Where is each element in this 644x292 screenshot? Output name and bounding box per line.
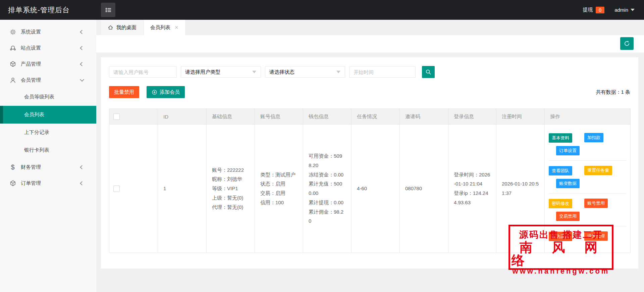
row-checkbox[interactable] (113, 186, 120, 192)
view-team-button[interactable]: 查看团队 (549, 166, 572, 175)
set-official-button[interactable]: 设为正式 (549, 232, 572, 241)
menu-toggle-button[interactable] (101, 3, 115, 17)
status-select-value: 请选择状态 (269, 69, 294, 75)
divider (549, 160, 626, 161)
start-time-input[interactable] (349, 66, 416, 78)
wallet-available: 可用资金：5098.20 (309, 151, 346, 170)
basic-account: 账号：222222 (212, 165, 249, 175)
balance-changes-button[interactable]: 账变数据 (556, 179, 580, 188)
sidebar-item-system-settings[interactable]: 系统设置 (0, 24, 96, 40)
column-header-id: ID (158, 109, 207, 125)
table-row: 1 账号：222222 昵称：刘德华 等级：VIP1 上级：暂无(0) 代理：暂… (109, 125, 631, 253)
wallet-total-commission: 累计佣金：98.20 (309, 207, 346, 226)
add-deduct-button[interactable]: 加扣款 (584, 133, 603, 142)
user-icon (9, 77, 17, 84)
chevron-down-icon (631, 9, 635, 11)
tab-member-list[interactable]: 会员列表 × (144, 20, 185, 35)
column-header-basic-info: 基础信息 (207, 109, 255, 125)
main-content: 我的桌面 会员列表 × 请选择用户类型 请选择状态 (96, 20, 644, 292)
disable-trade-button[interactable]: 交易禁用 (556, 212, 580, 221)
top-header: 排单系统-管理后台 提现 0 admin (0, 0, 644, 20)
cell-wallet-info: 可用资金：5098.20 冻结资金：0.00 累计充值：5000.00 累计提现… (303, 125, 352, 253)
site-icon (9, 45, 17, 52)
change-password-button[interactable]: 密码修改 (549, 199, 572, 208)
batch-disable-button[interactable]: 批量禁用 (109, 86, 139, 98)
divider (549, 226, 626, 226)
search-button[interactable] (422, 66, 435, 78)
chevron-left-icon (80, 165, 84, 169)
withdraw-label: 提现 (583, 7, 593, 13)
account-credit: 信用：100 (260, 198, 298, 207)
hamburger-icon (105, 6, 112, 14)
sidebar-item-label: 系统设置 (21, 29, 41, 35)
close-icon[interactable]: × (175, 24, 178, 31)
plus-circle-icon (152, 89, 157, 95)
wallet-total-recharge: 累计充值：5000.00 (309, 179, 346, 198)
select-all-checkbox[interactable] (113, 114, 120, 120)
cell-invite-code: 080780 (400, 125, 448, 253)
sidebar-item-finance-management[interactable]: $ 财务管理 (0, 159, 96, 175)
tab-my-desktop[interactable]: 我的桌面 (101, 20, 144, 35)
sidebar-item-label: 产品管理 (21, 61, 41, 67)
table-header-row: ID 基础信息 账号信息 钱包信息 任务情况 邀请码 登录信息 注册时间 操作 (109, 109, 631, 125)
sidebar-item-bank-card-list[interactable]: 银行卡列表 (0, 141, 96, 159)
cell-account-info: 类型：测试用户 状态：启用 交易：启用 信用：100 (255, 125, 303, 253)
column-header-task-status: 任务情况 (352, 109, 400, 125)
cell-id: 1 (158, 125, 207, 253)
account-search-input[interactable] (109, 66, 177, 78)
sidebar-item-label: 会员管理 (21, 77, 41, 83)
tab-label: 会员列表 (150, 24, 170, 31)
user-type-select[interactable]: 请选择用户类型 (181, 66, 261, 78)
gear-icon (9, 28, 17, 35)
account-trade: 交易：启用 (260, 189, 298, 198)
sidebar: 系统设置 站点设置 产品管理 会员 (0, 20, 96, 292)
search-icon (425, 69, 432, 75)
user-menu[interactable]: admin (614, 7, 635, 13)
column-header-wallet-info: 钱包信息 (303, 109, 352, 125)
set-agent-button[interactable]: 设为代理 (584, 231, 608, 241)
user-type-select-value: 请选择用户类型 (185, 69, 220, 75)
status-select[interactable]: 请选择状态 (265, 66, 345, 78)
member-list-panel: 请选择用户类型 请选择状态 批量禁用 添加会员 (101, 57, 638, 269)
filter-row: 请选择用户类型 请选择状态 (109, 66, 630, 78)
chevron-left-icon (80, 62, 84, 66)
toolbar-row: 批量禁用 添加会员 共有数据：1 条 (109, 86, 630, 98)
chevron-down-icon (252, 71, 256, 73)
sidebar-item-label: 订单管理 (21, 180, 41, 187)
column-header-register-time: 注册时间 (496, 109, 545, 125)
sidebar-item-order-management[interactable]: 订单管理 (0, 175, 96, 191)
login-time: 登录时间：2026-01-10 21:04 (454, 170, 491, 189)
cell-basic-info: 账号：222222 昵称：刘德华 等级：VIP1 上级：暂无(0) 代理：暂无(… (207, 125, 255, 253)
toolstrip (96, 35, 644, 53)
basic-parent: 上级：暂无(0) (212, 193, 249, 203)
sidebar-item-updown-records[interactable]: 上下分记录 (0, 124, 96, 141)
disable-account-button[interactable]: 账号禁用 (584, 199, 608, 208)
sidebar-item-member-list[interactable]: 会员列表 (0, 106, 96, 124)
add-member-label: 添加会员 (160, 89, 180, 95)
tab-bar: 我的桌面 会员列表 × (96, 20, 644, 35)
sidebar-item-label: 站点设置 (21, 45, 41, 51)
basic-profile-button[interactable]: 基本资料 (549, 133, 572, 143)
dollar-icon: $ (9, 163, 17, 171)
cube-icon (9, 180, 17, 187)
sidebar-item-product-management[interactable]: 产品管理 (0, 56, 96, 72)
basic-agent: 代理：暂无(0) (212, 203, 249, 212)
order-settings-button[interactable]: 订单设置 (556, 146, 580, 155)
basic-nickname: 昵称：刘德华 (212, 174, 249, 184)
cell-register-time: 2026-01-10 20:51:37 (496, 125, 545, 253)
withdraw-link[interactable]: 提现 0 (583, 7, 604, 13)
sidebar-item-site-settings[interactable]: 站点设置 (0, 40, 96, 56)
refresh-icon (624, 40, 630, 47)
sidebar-item-member-management[interactable]: 会员管理 (0, 72, 96, 88)
chevron-down-icon (80, 77, 84, 82)
home-icon (108, 25, 113, 30)
reset-tasks-button[interactable]: 重置任务量 (584, 166, 612, 175)
column-header-login-info: 登录信息 (448, 109, 496, 125)
login-ip: 登录ip：124.244.93.63 (454, 189, 491, 207)
column-header-actions: 操作 (545, 109, 631, 125)
sidebar-item-member-level-list[interactable]: 会员等级列表 (0, 88, 96, 106)
refresh-button[interactable] (620, 37, 634, 50)
username: admin (614, 7, 628, 13)
add-member-button[interactable]: 添加会员 (147, 86, 185, 98)
sidebar-item-label: 银行卡列表 (24, 147, 49, 153)
